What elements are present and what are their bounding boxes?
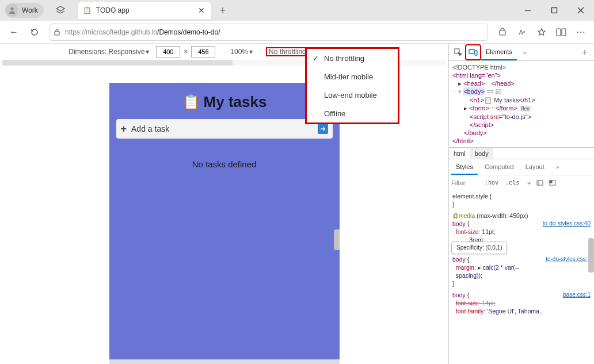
svg-rect-6 (500, 30, 505, 35)
refresh-button[interactable] (24, 22, 45, 43)
close-window-button[interactable] (568, 0, 594, 21)
styles-rules[interactable]: element.style {} @media (max-width: 450p… (449, 190, 594, 321)
svg-rect-18 (550, 181, 552, 183)
throttling-option-offline[interactable]: Offline (307, 104, 398, 122)
add-task-label: Add a task (131, 124, 169, 133)
throttling-option-lowend[interactable]: Low-end mobile (307, 86, 398, 104)
styles-filter-row: :hov .cls + (449, 175, 594, 190)
devtools-panel: Elements » + <!DOCTYPE html> <html lang=… (449, 44, 594, 364)
height-input[interactable] (191, 46, 215, 58)
tab-title: TODO app (96, 6, 130, 14)
crumb-body[interactable]: body (470, 148, 493, 159)
devtools-tabbar: Elements » + (449, 44, 594, 61)
svg-point-0 (11, 7, 14, 10)
crumb-html[interactable]: html (449, 148, 470, 159)
profile-avatar-icon (6, 4, 18, 17)
svg-rect-13 (469, 49, 474, 53)
svg-rect-14 (475, 51, 477, 55)
frame-scrollbar[interactable] (334, 229, 340, 250)
hov-toggle[interactable]: :hov (482, 179, 501, 186)
devtools-scrollbar[interactable] (588, 238, 594, 273)
no-tasks-message: No tasks defined (116, 159, 333, 169)
specificity-tooltip: Specificity: (0,0,1) (451, 242, 507, 254)
back-button[interactable]: ← (3, 22, 24, 43)
lock-icon (54, 28, 60, 36)
add-task-input[interactable]: + Add a task ➜ (116, 119, 333, 139)
device-emulation-button[interactable] (466, 45, 480, 59)
submit-task-button[interactable]: ➜ (318, 124, 328, 134)
maximize-button[interactable] (541, 0, 568, 21)
cls-toggle[interactable]: .cls (503, 179, 521, 186)
profile-label: Work (22, 6, 38, 14)
shopping-icon[interactable] (493, 22, 512, 42)
split-screen-icon[interactable] (551, 22, 571, 42)
url-path: /Demos/demo-to-do/ (157, 28, 220, 36)
width-input[interactable] (156, 46, 180, 58)
more-tabs-icon[interactable]: » (518, 45, 532, 59)
dimensions-dropdown[interactable]: Dimensions: Responsive ▾ (66, 48, 151, 56)
url-host: https://microsoftedge.github.io (65, 28, 157, 36)
workspaces-icon[interactable] (55, 5, 66, 16)
tab-styles[interactable]: Styles (451, 159, 478, 175)
svg-rect-7 (557, 29, 561, 36)
browser-toolbar: ← https://microsoftedge.github.io/Demos/… (0, 21, 594, 44)
throttling-menu: No throttling Mid-tier mobile Low-end mo… (305, 47, 399, 124)
tab-elements[interactable]: Elements (481, 44, 517, 60)
styles-filter-input[interactable] (451, 179, 480, 186)
new-tab-button[interactable]: + (216, 3, 230, 18)
computed-sidebar-icon[interactable] (536, 180, 547, 186)
menu-button[interactable]: ⋯ (571, 22, 591, 42)
favorite-button[interactable] (532, 22, 551, 42)
frame-resize-handle[interactable] (109, 359, 340, 364)
dom-breadcrumbs[interactable]: html body (449, 147, 594, 159)
svg-rect-5 (55, 32, 59, 35)
tab-computed[interactable]: Computed (480, 159, 519, 175)
new-rule-icon[interactable]: + (524, 179, 534, 186)
reader-icon[interactable]: A» (512, 22, 532, 42)
plus-icon: + (121, 123, 127, 135)
svg-rect-15 (537, 181, 543, 185)
zoom-dropdown[interactable]: 100% ▾ (228, 48, 255, 56)
rendering-icon[interactable] (549, 180, 559, 186)
throttling-option-none[interactable]: No throttling (307, 49, 398, 67)
more-styles-tabs-icon[interactable]: » (551, 159, 564, 175)
clipboard-icon: 📋 (182, 93, 200, 110)
app-heading: 📋My tasks (116, 93, 333, 111)
styles-tabbar: Styles Computed Layout » (449, 159, 594, 175)
close-tab-button[interactable]: ✕ (197, 6, 206, 15)
window-titlebar: Work 📋 TODO app ✕ + (0, 0, 594, 21)
profile-chip[interactable]: Work (5, 3, 44, 18)
svg-rect-2 (552, 8, 557, 13)
minimize-button[interactable] (515, 0, 541, 21)
tab-layout[interactable]: Layout (521, 159, 549, 175)
throttling-option-midtier[interactable]: Mid-tier mobile (307, 67, 398, 86)
address-bar[interactable]: https://microsoftedge.github.io/Demos/de… (50, 24, 488, 41)
clipboard-icon: 📋 (83, 6, 92, 14)
dimension-separator: × (184, 48, 188, 56)
svg-rect-8 (562, 29, 566, 36)
inspect-element-button[interactable] (451, 45, 465, 59)
browser-tab[interactable]: 📋 TODO app ✕ (78, 2, 211, 19)
dom-tree[interactable]: <!DOCTYPE html> <html lang="en"> ▸ <head… (449, 61, 594, 147)
new-style-rule-button[interactable]: + (578, 45, 592, 59)
